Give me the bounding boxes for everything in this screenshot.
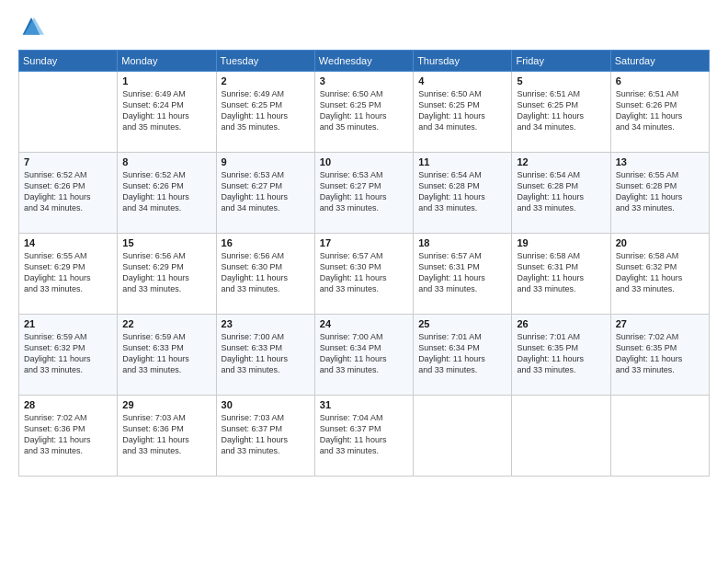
- calendar-cell: 24Sunrise: 7:00 AM Sunset: 6:34 PM Dayli…: [314, 315, 413, 396]
- calendar-header-row: SundayMondayTuesdayWednesdayThursdayFrid…: [19, 51, 710, 72]
- calendar-cell: 7Sunrise: 6:52 AM Sunset: 6:26 PM Daylig…: [19, 153, 118, 234]
- calendar-cell: 2Sunrise: 6:49 AM Sunset: 6:25 PM Daylig…: [216, 72, 314, 153]
- day-number: 5: [517, 75, 605, 86]
- calendar-cell: 30Sunrise: 7:03 AM Sunset: 6:37 PM Dayli…: [216, 396, 314, 477]
- day-number: 15: [122, 237, 210, 248]
- day-number: 19: [517, 237, 605, 248]
- day-number: 12: [517, 156, 605, 167]
- day-number: 26: [517, 318, 605, 329]
- calendar-cell: 27Sunrise: 7:02 AM Sunset: 6:35 PM Dayli…: [610, 315, 709, 396]
- day-info: Sunrise: 6:55 AM Sunset: 6:28 PM Dayligh…: [616, 169, 704, 214]
- day-of-week-header: Saturday: [610, 51, 709, 72]
- day-info: Sunrise: 6:59 AM Sunset: 6:33 PM Dayligh…: [122, 331, 210, 376]
- day-number: 25: [418, 318, 506, 329]
- day-info: Sunrise: 7:01 AM Sunset: 6:35 PM Dayligh…: [517, 331, 605, 376]
- calendar-cell: 1Sunrise: 6:49 AM Sunset: 6:24 PM Daylig…: [118, 72, 216, 153]
- day-info: Sunrise: 6:58 AM Sunset: 6:32 PM Dayligh…: [616, 250, 704, 295]
- day-number: 7: [24, 156, 112, 167]
- calendar-cell: 22Sunrise: 6:59 AM Sunset: 6:33 PM Dayli…: [118, 315, 216, 396]
- day-info: Sunrise: 6:51 AM Sunset: 6:26 PM Dayligh…: [616, 88, 704, 133]
- day-info: Sunrise: 6:55 AM Sunset: 6:29 PM Dayligh…: [24, 250, 112, 295]
- calendar-cell: [610, 396, 709, 477]
- day-of-week-header: Thursday: [414, 51, 512, 72]
- calendar-cell: 12Sunrise: 6:54 AM Sunset: 6:28 PM Dayli…: [512, 153, 610, 234]
- calendar-cell: 9Sunrise: 6:53 AM Sunset: 6:27 PM Daylig…: [216, 153, 314, 234]
- calendar-cell: 5Sunrise: 6:51 AM Sunset: 6:25 PM Daylig…: [512, 72, 610, 153]
- day-info: Sunrise: 6:57 AM Sunset: 6:31 PM Dayligh…: [418, 250, 506, 295]
- calendar-cell: 4Sunrise: 6:50 AM Sunset: 6:25 PM Daylig…: [414, 72, 512, 153]
- day-number: 30: [222, 399, 310, 410]
- day-info: Sunrise: 7:02 AM Sunset: 6:35 PM Dayligh…: [616, 331, 704, 376]
- calendar-cell: 10Sunrise: 6:53 AM Sunset: 6:27 PM Dayli…: [314, 153, 413, 234]
- calendar-cell: 15Sunrise: 6:56 AM Sunset: 6:29 PM Dayli…: [118, 234, 216, 315]
- logo-icon: [18, 15, 44, 40]
- day-info: Sunrise: 6:57 AM Sunset: 6:30 PM Dayligh…: [320, 250, 408, 295]
- day-number: 27: [616, 318, 704, 329]
- day-info: Sunrise: 6:52 AM Sunset: 6:26 PM Dayligh…: [122, 169, 210, 214]
- day-number: 1: [122, 75, 210, 86]
- day-number: 18: [418, 237, 506, 248]
- day-number: 17: [320, 237, 408, 248]
- day-number: 28: [24, 399, 112, 410]
- day-number: 31: [320, 399, 408, 410]
- day-of-week-header: Sunday: [19, 51, 118, 72]
- calendar-cell: 25Sunrise: 7:01 AM Sunset: 6:34 PM Dayli…: [414, 315, 512, 396]
- calendar-week-row: 7Sunrise: 6:52 AM Sunset: 6:26 PM Daylig…: [19, 153, 710, 234]
- calendar-cell: 13Sunrise: 6:55 AM Sunset: 6:28 PM Dayli…: [610, 153, 709, 234]
- day-number: 24: [320, 318, 408, 329]
- day-number: 6: [616, 75, 704, 86]
- calendar-cell: 19Sunrise: 6:58 AM Sunset: 6:31 PM Dayli…: [512, 234, 610, 315]
- calendar-cell: [414, 396, 512, 477]
- day-number: 3: [320, 75, 408, 86]
- calendar-week-row: 14Sunrise: 6:55 AM Sunset: 6:29 PM Dayli…: [19, 234, 710, 315]
- day-info: Sunrise: 6:52 AM Sunset: 6:26 PM Dayligh…: [24, 169, 112, 214]
- day-info: Sunrise: 7:01 AM Sunset: 6:34 PM Dayligh…: [418, 331, 506, 376]
- day-number: 21: [24, 318, 112, 329]
- calendar-cell: 23Sunrise: 7:00 AM Sunset: 6:33 PM Dayli…: [216, 315, 314, 396]
- calendar-cell: 16Sunrise: 6:56 AM Sunset: 6:30 PM Dayli…: [216, 234, 314, 315]
- calendar-cell: 21Sunrise: 6:59 AM Sunset: 6:32 PM Dayli…: [19, 315, 118, 396]
- calendar-cell: 11Sunrise: 6:54 AM Sunset: 6:28 PM Dayli…: [414, 153, 512, 234]
- day-of-week-header: Tuesday: [216, 51, 314, 72]
- day-info: Sunrise: 6:49 AM Sunset: 6:25 PM Dayligh…: [222, 88, 310, 133]
- day-info: Sunrise: 6:58 AM Sunset: 6:31 PM Dayligh…: [517, 250, 605, 295]
- calendar-week-row: 1Sunrise: 6:49 AM Sunset: 6:24 PM Daylig…: [19, 72, 710, 153]
- day-of-week-header: Monday: [118, 51, 216, 72]
- calendar-cell: [19, 72, 118, 153]
- page: SundayMondayTuesdayWednesdayThursdayFrid…: [0, 0, 728, 563]
- day-of-week-header: Friday: [512, 51, 610, 72]
- day-number: 20: [616, 237, 704, 248]
- day-info: Sunrise: 6:53 AM Sunset: 6:27 PM Dayligh…: [320, 169, 408, 214]
- day-info: Sunrise: 6:51 AM Sunset: 6:25 PM Dayligh…: [517, 88, 605, 133]
- calendar-cell: 20Sunrise: 6:58 AM Sunset: 6:32 PM Dayli…: [610, 234, 709, 315]
- calendar-cell: 3Sunrise: 6:50 AM Sunset: 6:25 PM Daylig…: [314, 72, 413, 153]
- day-number: 9: [222, 156, 310, 167]
- day-number: 23: [222, 318, 310, 329]
- day-info: Sunrise: 6:54 AM Sunset: 6:28 PM Dayligh…: [517, 169, 605, 214]
- day-info: Sunrise: 7:00 AM Sunset: 6:34 PM Dayligh…: [320, 331, 408, 376]
- day-number: 22: [122, 318, 210, 329]
- calendar-table: SundayMondayTuesdayWednesdayThursdayFrid…: [18, 50, 710, 477]
- day-info: Sunrise: 6:56 AM Sunset: 6:29 PM Dayligh…: [122, 250, 210, 295]
- calendar-cell: 8Sunrise: 6:52 AM Sunset: 6:26 PM Daylig…: [118, 153, 216, 234]
- day-number: 16: [222, 237, 310, 248]
- calendar-cell: 26Sunrise: 7:01 AM Sunset: 6:35 PM Dayli…: [512, 315, 610, 396]
- day-info: Sunrise: 7:03 AM Sunset: 6:36 PM Dayligh…: [122, 412, 210, 457]
- calendar-cell: 14Sunrise: 6:55 AM Sunset: 6:29 PM Dayli…: [19, 234, 118, 315]
- day-number: 4: [418, 75, 506, 86]
- day-number: 13: [616, 156, 704, 167]
- day-info: Sunrise: 7:03 AM Sunset: 6:37 PM Dayligh…: [222, 412, 310, 457]
- calendar-week-row: 21Sunrise: 6:59 AM Sunset: 6:32 PM Dayli…: [19, 315, 710, 396]
- day-info: Sunrise: 6:50 AM Sunset: 6:25 PM Dayligh…: [320, 88, 408, 133]
- day-number: 2: [222, 75, 310, 86]
- day-number: 14: [24, 237, 112, 248]
- day-info: Sunrise: 7:02 AM Sunset: 6:36 PM Dayligh…: [24, 412, 112, 457]
- day-info: Sunrise: 6:56 AM Sunset: 6:30 PM Dayligh…: [222, 250, 310, 295]
- calendar-cell: 17Sunrise: 6:57 AM Sunset: 6:30 PM Dayli…: [314, 234, 413, 315]
- calendar-cell: 31Sunrise: 7:04 AM Sunset: 6:37 PM Dayli…: [314, 396, 413, 477]
- day-of-week-header: Wednesday: [314, 51, 413, 72]
- day-info: Sunrise: 6:50 AM Sunset: 6:25 PM Dayligh…: [418, 88, 506, 133]
- calendar-cell: [512, 396, 610, 477]
- day-info: Sunrise: 6:54 AM Sunset: 6:28 PM Dayligh…: [418, 169, 506, 214]
- day-number: 11: [418, 156, 506, 167]
